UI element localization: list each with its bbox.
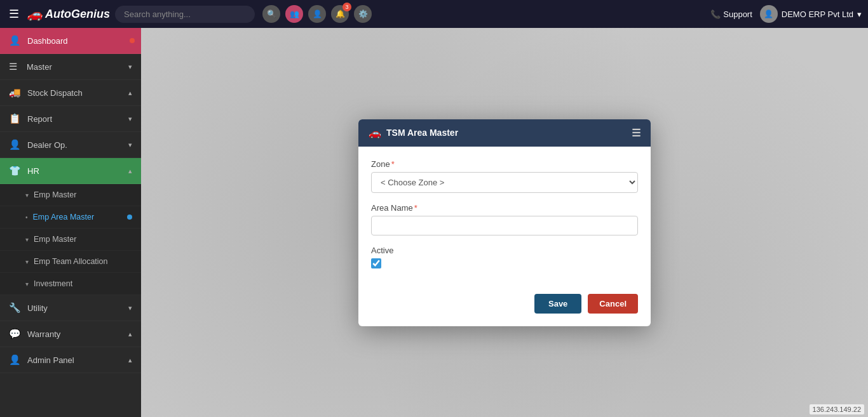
modal-car-icon: 🚗 — [369, 127, 381, 139]
sidebar-item-label: Dealer Op. — [27, 140, 122, 150]
modal-title: TSM Area Master — [386, 128, 458, 138]
modal-header: 🚗 TSM Area Master ☰ — [358, 119, 651, 147]
chevron-up-icon: ▴ — [128, 356, 132, 364]
sidebar-sub-label: Emp Master — [34, 235, 76, 244]
sidebar-item-emp-master-2[interactable]: ▾ Emp Master — [0, 228, 141, 251]
chevron-down-icon: ▾ — [128, 141, 132, 149]
active-dot-blue — [127, 215, 132, 220]
main-layout: 👤 Dashboard ☰ Master ▾ 🚚 Stock Dispatch … — [0, 28, 868, 417]
zone-label: Zone* — [371, 159, 638, 169]
hr-icon: 👕 — [9, 165, 21, 176]
tsm-area-master-modal: 🚗 TSM Area Master ☰ Zone* < Choose Zone … — [358, 119, 651, 326]
chevron-up-icon: ▴ — [128, 330, 132, 338]
modal-footer: Save Cancel — [358, 289, 651, 326]
sidebar-sub-label: Investment — [34, 279, 72, 288]
chevron-down-icon: ▾ — [128, 304, 132, 312]
user-name: DEMO ERP Pvt Ltd — [782, 10, 853, 19]
sidebar-item-stock-dispatch[interactable]: 🚚 Stock Dispatch ▴ — [0, 80, 141, 106]
sidebar-item-label: HR — [27, 166, 122, 176]
area-name-input[interactable] — [371, 216, 638, 235]
sidebar-item-investment[interactable]: ▾ Investment — [0, 273, 141, 295]
dashboard-icon: 👤 — [9, 35, 21, 46]
settings-icon[interactable]: ⚙️ — [354, 5, 372, 23]
sidebar-sub-label: Emp Area Master — [33, 213, 95, 222]
sidebar-item-label: Admin Panel — [27, 355, 122, 365]
support-label: Support — [723, 10, 752, 19]
menu-icon[interactable]: ☰ — [6, 4, 22, 23]
chevron-down-icon: ▾ — [25, 281, 29, 288]
active-field-group: Active — [371, 246, 638, 268]
utility-icon: 🔧 — [9, 302, 21, 314]
area-name-required: * — [414, 203, 417, 213]
cancel-button[interactable]: Cancel — [588, 294, 638, 314]
save-button[interactable]: Save — [534, 294, 581, 314]
active-checkbox-wrapper — [371, 258, 638, 268]
zone-required: * — [391, 159, 395, 169]
user-icon-nav[interactable]: 👤 — [308, 5, 326, 23]
sidebar-item-warranty[interactable]: 💬 Warranty ▴ — [0, 321, 141, 347]
content-area: 🚗 TSM Area Master ☰ Zone* < Choose Zone … — [141, 28, 868, 417]
sidebar-item-label: Master — [27, 62, 122, 72]
notification-icon[interactable]: 🔔 3 — [331, 5, 349, 23]
sidebar-item-utility[interactable]: 🔧 Utility ▾ — [0, 295, 141, 321]
truck-icon: 🚚 — [9, 87, 21, 98]
avatar: 👤 — [760, 5, 778, 23]
bullet-icon: • — [25, 214, 28, 221]
app-logo: 🚗 AutoGenius — [27, 6, 110, 22]
search-input[interactable] — [115, 6, 255, 23]
user-area[interactable]: 👤 DEMO ERP Pvt Ltd ▾ — [760, 5, 862, 23]
area-name-label: Area Name* — [371, 203, 638, 213]
modal-body: Zone* < Choose Zone > North Zone South Z… — [358, 147, 651, 289]
report-icon: 📋 — [9, 113, 21, 124]
sidebar-item-label: Report — [27, 114, 122, 124]
sidebar-item-dealer-op[interactable]: 👤 Dealer Op. ▾ — [0, 132, 141, 158]
dashboard-dot — [130, 38, 135, 43]
area-name-field-group: Area Name* — [371, 203, 638, 235]
dropdown-chevron: ▾ — [857, 10, 862, 19]
chevron-down-icon: ▾ — [25, 258, 29, 265]
sidebar-item-emp-area-master[interactable]: • Emp Area Master — [0, 206, 141, 228]
modal-backdrop: 🚗 TSM Area Master ☰ Zone* < Choose Zone … — [141, 28, 868, 417]
sidebar-item-dashboard[interactable]: 👤 Dashboard — [0, 28, 141, 54]
support-button[interactable]: 📞 Support — [710, 10, 752, 19]
active-label: Active — [371, 246, 638, 255]
sidebar: 👤 Dashboard ☰ Master ▾ 🚚 Stock Dispatch … — [0, 28, 141, 417]
chevron-up-icon: ▴ — [128, 167, 132, 175]
people-icon[interactable]: 👥 — [285, 5, 303, 23]
modal-list-icon[interactable]: ☰ — [632, 127, 641, 139]
active-checkbox[interactable] — [371, 258, 381, 268]
navbar-right: 📞 Support 👤 DEMO ERP Pvt Ltd ▾ — [710, 5, 862, 23]
sidebar-sub-label: Emp Master — [34, 190, 76, 199]
navbar-icons: 🔍 👥 👤 🔔 3 ⚙️ — [262, 5, 372, 23]
zone-select[interactable]: < Choose Zone > North Zone South Zone Ea… — [371, 172, 638, 193]
sidebar-item-emp-team-allocation[interactable]: ▾ Emp Team Allocation — [0, 251, 141, 273]
chevron-up-icon: ▴ — [128, 89, 132, 97]
master-icon: ☰ — [9, 61, 20, 72]
sidebar-item-label: Utility — [27, 303, 122, 313]
sidebar-item-report[interactable]: 📋 Report ▾ — [0, 106, 141, 132]
chevron-down-icon: ▾ — [128, 115, 132, 123]
chevron-down-icon: ▾ — [25, 192, 29, 199]
sidebar-item-label: Stock Dispatch — [27, 88, 122, 98]
warranty-icon: 💬 — [9, 328, 21, 340]
search-icon[interactable]: 🔍 — [262, 5, 280, 23]
sidebar-item-master[interactable]: ☰ Master ▾ — [0, 54, 141, 80]
sidebar-item-emp-master-1[interactable]: ▾ Emp Master — [0, 184, 141, 206]
chevron-down-icon: ▾ — [128, 63, 132, 71]
sidebar-item-label: Dashboard — [27, 36, 132, 46]
admin-icon: 👤 — [9, 354, 21, 366]
phone-icon: 📞 — [710, 10, 721, 19]
dealer-icon: 👤 — [9, 139, 21, 150]
sidebar-sub-label: Emp Team Allocation — [34, 257, 108, 266]
zone-field-group: Zone* < Choose Zone > North Zone South Z… — [371, 159, 638, 193]
logo-text: AutoGenius — [45, 8, 110, 21]
chevron-down-icon: ▾ — [25, 236, 29, 243]
notification-badge: 3 — [342, 3, 351, 11]
navbar: ☰ 🚗 AutoGenius 🔍 👥 👤 🔔 3 ⚙️ 📞 Support 👤 … — [0, 0, 868, 28]
modal-header-left: 🚗 TSM Area Master — [369, 127, 458, 139]
sidebar-item-admin-panel[interactable]: 👤 Admin Panel ▴ — [0, 347, 141, 373]
logo-car-icon: 🚗 — [27, 6, 43, 22]
sidebar-item-hr[interactable]: 👕 HR ▴ — [0, 158, 141, 184]
sidebar-item-label: Warranty — [27, 329, 122, 339]
